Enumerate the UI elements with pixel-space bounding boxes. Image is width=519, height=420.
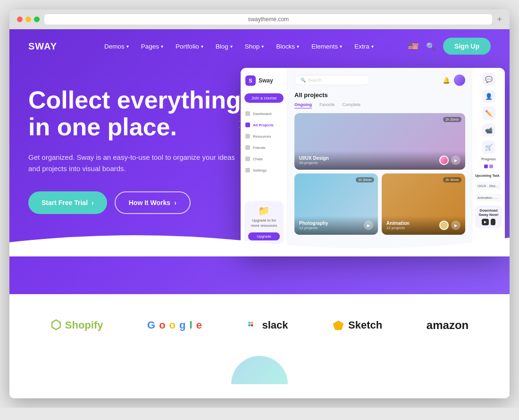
site-logo[interactable]: SWAY — [28, 41, 57, 52]
project-time: 2h 30min — [443, 177, 461, 182]
app-logo-area: S Sway — [241, 75, 287, 92]
hero-section: SWAY Demos▾ Pages▾ Portfolio▾ Blog▾ — [9, 29, 510, 294]
app-header-bar: 🔍 Search 🔔 — [294, 74, 465, 86]
navbar: SWAY Demos▾ Pages▾ Portfolio▾ Blog▾ — [9, 29, 510, 63]
task-1: UI/UX - Disc... — [475, 182, 502, 190]
chevron-down-icon: ▾ — [297, 44, 299, 49]
browser-dots — [17, 16, 40, 22]
nav-demos[interactable]: Demos▾ — [100, 40, 134, 53]
nav-shop[interactable]: Shop▾ — [240, 40, 269, 53]
app-logo-icon: S — [245, 75, 256, 86]
svg-rect-2 — [251, 321, 253, 323]
user-avatar[interactable] — [454, 74, 465, 86]
settings-icon — [245, 168, 250, 173]
search-icon[interactable]: 🔍 — [426, 42, 435, 51]
signup-button[interactable]: Sign Up — [443, 38, 491, 55]
app-nav-chats[interactable]: Chats — [241, 154, 287, 164]
chevron-down-icon: ▾ — [126, 44, 129, 49]
svg-rect-0 — [249, 321, 251, 323]
notification-icon[interactable]: 🔔 — [443, 77, 450, 84]
decorative-circle — [231, 356, 288, 384]
app-nav-dashboard[interactable]: Dashboard — [241, 108, 287, 119]
chevron-down-icon: ▾ — [230, 44, 233, 49]
chevron-down-icon: ▾ — [340, 44, 342, 49]
projects-icon — [245, 123, 250, 127]
slack-icon — [246, 319, 258, 331]
upcoming-title: Upcoming Task — [475, 174, 502, 177]
app-right-panel: 💬 👤 ✏️ 📹 🛒 Progress Upcomi — [472, 68, 505, 252]
project-card-photo[interactable]: Photography 12 projects 1h 30min ▶ — [294, 173, 378, 235]
chevron-down-icon: ▾ — [201, 44, 203, 49]
cart-icon[interactable]: 🛒 — [482, 140, 495, 154]
dot-yellow[interactable] — [25, 16, 31, 22]
nav-blog[interactable]: Blog▾ — [211, 40, 237, 53]
browser-toolbar: swaytheme.com + — [9, 9, 510, 29]
app-nav-allprojects[interactable]: All Projects — [241, 120, 287, 130]
filter-complete[interactable]: Complete — [343, 102, 361, 108]
filter-tabs: Ongoing Favorite Complete — [294, 102, 465, 108]
project-card-animation[interactable]: Animation 12 projects 2h 30min ▶ — [382, 173, 465, 235]
nav-links: Demos▾ Pages▾ Portfolio▾ Blog▾ Shop▾ — [100, 40, 378, 53]
logos-section: ⬡ Shopify Google slack — [9, 294, 510, 356]
play-store-button[interactable]: ▶ — [482, 219, 489, 225]
hero-heading: Collect everything in one place. — [28, 87, 245, 140]
user-icon[interactable]: 👤 — [482, 90, 495, 103]
nav-pages[interactable]: Pages▾ — [136, 40, 168, 53]
nav-extra[interactable]: Extra▾ — [350, 40, 378, 53]
shopify-text: Shopify — [65, 319, 103, 331]
how-it-works-button[interactable]: How It Works › — [115, 191, 191, 214]
filter-favorite[interactable]: Favorite — [319, 102, 335, 108]
dot-red[interactable] — [17, 16, 23, 22]
bottom-section — [9, 356, 510, 398]
chevron-down-icon: ▾ — [161, 44, 163, 49]
video-icon[interactable]: 📹 — [482, 124, 495, 137]
google-logo: Google — [147, 319, 202, 331]
edit-icon[interactable]: ✏️ — [482, 107, 495, 120]
svg-rect-1 — [249, 324, 251, 326]
project-card-uiux[interactable]: UI/UX Design 20 projects 2h 20min ▶ — [294, 113, 465, 170]
app-main-area: 🔍 Search 🔔 — [288, 68, 472, 252]
shopify-logo: ⬡ Shopify — [50, 318, 103, 332]
chat-icon[interactable]: 💬 — [482, 73, 495, 86]
app-search-bar[interactable]: 🔍 Search — [294, 75, 370, 85]
projects-grid: UI/UX Design 20 projects 2h 20min ▶ — [294, 113, 465, 235]
chats-icon — [245, 156, 250, 161]
app-nav-resources[interactable]: Resources — [241, 131, 287, 141]
resources-icon — [245, 134, 250, 139]
project-time: 1h 30min — [356, 177, 374, 182]
friends-icon — [245, 145, 250, 150]
project-name: Photography — [299, 221, 373, 226]
nav-blocks[interactable]: Blocks▾ — [271, 40, 304, 53]
filter-ongoing[interactable]: Ongoing — [294, 102, 312, 108]
website: SWAY Demos▾ Pages▾ Portfolio▾ Blog▾ — [9, 29, 510, 398]
amazon-text: amazon — [427, 319, 469, 332]
app-sidebar: S Sway Join a course Dashboard — [241, 68, 288, 252]
app-nav-settings[interactable]: Settings — [241, 165, 287, 175]
nav-elements[interactable]: Elements▾ — [307, 40, 347, 53]
dot-green[interactable] — [34, 16, 40, 22]
chevron-down-icon: ▾ — [371, 44, 374, 49]
app-join-button[interactable]: Join a course — [244, 93, 284, 103]
svg-marker-4 — [333, 321, 343, 330]
nav-portfolio[interactable]: Portfolio▾ — [171, 40, 208, 53]
hero-content: Collect everything in one place. Get org… — [9, 63, 510, 214]
language-flag-icon[interactable]: 🇺🇸 — [408, 41, 419, 51]
url-bar[interactable]: swaytheme.com — [44, 14, 492, 25]
new-tab-button[interactable]: + — [497, 15, 502, 25]
hero-subtext: Get organized. Sway is an easy-to-use to… — [28, 152, 245, 174]
amazon-logo: amazon — [427, 319, 469, 332]
app-logo-name: Sway — [259, 77, 273, 84]
play-store-icon: ▶ — [484, 220, 486, 224]
shopify-icon: ⬡ — [50, 318, 61, 332]
svg-rect-3 — [251, 324, 253, 326]
browser-window: swaytheme.com + SWAY Demos▾ Pages▾ Portf… — [9, 9, 510, 398]
apple-store-button[interactable] — [491, 219, 495, 225]
task-2: Animation - ... — [475, 194, 502, 202]
nav-right: 🇺🇸 🔍 Sign Up — [408, 38, 491, 55]
play-icon[interactable]: ▶ — [451, 156, 460, 165]
start-trial-button[interactable]: Start Free Trial › — [28, 191, 107, 214]
app-header-icons: 🔔 — [443, 74, 465, 86]
hero-buttons: Start Free Trial › How It Works › — [28, 191, 245, 214]
app-nav-friends[interactable]: Friends — [241, 142, 287, 153]
all-projects-title: All projects — [294, 91, 465, 99]
